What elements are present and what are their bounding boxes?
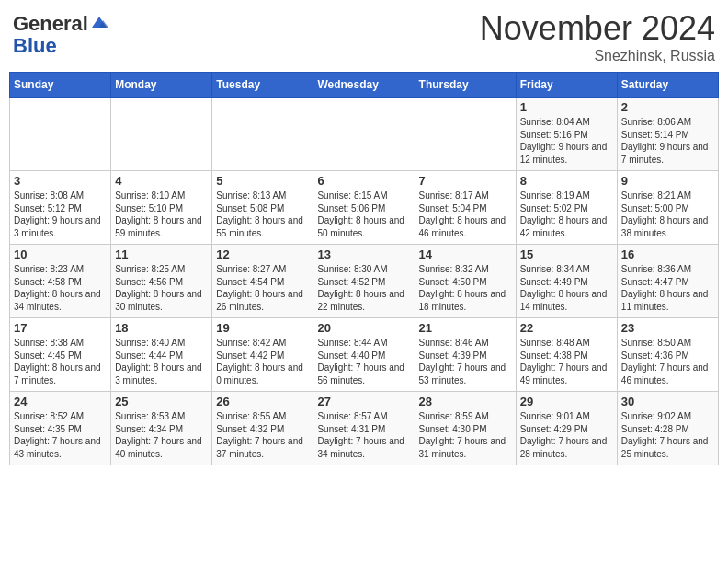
location-title: Snezhinsk, Russia <box>480 48 715 64</box>
calendar-cell: 26Sunrise: 8:55 AM Sunset: 4:32 PM Dayli… <box>212 392 313 465</box>
calendar-cell: 8Sunrise: 8:19 AM Sunset: 5:02 PM Daylig… <box>516 171 617 245</box>
day-info: Sunrise: 8:19 AM Sunset: 5:02 PM Dayligh… <box>520 190 613 239</box>
day-number: 6 <box>317 174 410 188</box>
day-number: 19 <box>216 321 309 335</box>
day-number: 13 <box>317 247 410 261</box>
day-number: 15 <box>520 247 613 261</box>
calendar-cell: 20Sunrise: 8:44 AM Sunset: 4:40 PM Dayli… <box>313 318 415 392</box>
day-number: 4 <box>115 174 208 188</box>
calendar-cell: 16Sunrise: 8:36 AM Sunset: 4:47 PM Dayli… <box>617 245 718 318</box>
day-info: Sunrise: 8:23 AM Sunset: 4:58 PM Dayligh… <box>14 263 107 313</box>
day-of-week-header: Monday <box>111 73 212 98</box>
calendar-header-row: SundayMondayTuesdayWednesdayThursdayFrid… <box>10 73 719 98</box>
calendar-cell: 7Sunrise: 8:17 AM Sunset: 5:04 PM Daylig… <box>415 171 516 245</box>
calendar-cell <box>212 98 313 171</box>
calendar-cell: 5Sunrise: 8:13 AM Sunset: 5:08 PM Daylig… <box>212 171 313 245</box>
calendar-cell: 15Sunrise: 8:34 AM Sunset: 4:49 PM Dayli… <box>516 245 617 318</box>
day-info: Sunrise: 8:59 AM Sunset: 4:30 PM Dayligh… <box>419 410 512 460</box>
day-number: 25 <box>115 395 208 408</box>
day-info: Sunrise: 8:30 AM Sunset: 4:52 PM Dayligh… <box>317 263 410 313</box>
day-number: 14 <box>419 247 512 261</box>
calendar-cell: 3Sunrise: 8:08 AM Sunset: 5:12 PM Daylig… <box>10 171 111 245</box>
calendar-cell <box>313 98 415 171</box>
day-number: 7 <box>419 174 512 188</box>
day-number: 10 <box>14 247 107 261</box>
logo-blue-text: Blue <box>13 35 57 57</box>
day-number: 22 <box>520 321 613 335</box>
calendar-cell: 21Sunrise: 8:46 AM Sunset: 4:39 PM Dayli… <box>415 318 516 392</box>
calendar-week-row: 3Sunrise: 8:08 AM Sunset: 5:12 PM Daylig… <box>10 171 719 245</box>
day-info: Sunrise: 8:50 AM Sunset: 4:36 PM Dayligh… <box>621 337 714 386</box>
day-number: 24 <box>14 395 107 408</box>
day-info: Sunrise: 8:21 AM Sunset: 5:00 PM Dayligh… <box>621 190 714 239</box>
day-info: Sunrise: 8:08 AM Sunset: 5:12 PM Dayligh… <box>14 190 107 239</box>
calendar-cell: 27Sunrise: 8:57 AM Sunset: 4:31 PM Dayli… <box>313 392 415 465</box>
month-title: November 2024 <box>480 9 715 48</box>
day-info: Sunrise: 8:57 AM Sunset: 4:31 PM Dayligh… <box>317 410 410 460</box>
calendar-cell: 4Sunrise: 8:10 AM Sunset: 5:10 PM Daylig… <box>111 171 212 245</box>
calendar-table: SundayMondayTuesdayWednesdayThursdayFrid… <box>9 72 719 465</box>
day-number: 8 <box>520 174 613 188</box>
day-info: Sunrise: 8:25 AM Sunset: 4:56 PM Dayligh… <box>115 263 208 313</box>
day-info: Sunrise: 8:27 AM Sunset: 4:54 PM Dayligh… <box>216 263 309 313</box>
day-info: Sunrise: 9:02 AM Sunset: 4:28 PM Dayligh… <box>621 410 714 460</box>
day-info: Sunrise: 8:17 AM Sunset: 5:04 PM Dayligh… <box>419 190 512 239</box>
day-number: 12 <box>216 247 309 261</box>
day-info: Sunrise: 8:15 AM Sunset: 5:06 PM Dayligh… <box>317 190 410 239</box>
day-number: 21 <box>419 321 512 335</box>
day-number: 20 <box>317 321 410 335</box>
calendar-cell: 18Sunrise: 8:40 AM Sunset: 4:44 PM Dayli… <box>111 318 212 392</box>
day-number: 16 <box>621 247 714 261</box>
calendar-cell <box>111 98 212 171</box>
day-number: 11 <box>115 247 208 261</box>
day-info: Sunrise: 8:06 AM Sunset: 5:14 PM Dayligh… <box>621 116 714 166</box>
day-number: 3 <box>14 174 107 188</box>
logo-general-text: General <box>13 13 88 35</box>
day-of-week-header: Sunday <box>10 73 111 98</box>
day-info: Sunrise: 8:44 AM Sunset: 4:40 PM Dayligh… <box>317 337 410 386</box>
day-number: 2 <box>621 100 714 114</box>
calendar-week-row: 17Sunrise: 8:38 AM Sunset: 4:45 PM Dayli… <box>10 318 719 392</box>
calendar-cell <box>415 98 516 171</box>
day-number: 5 <box>216 174 309 188</box>
logo-icon <box>90 15 108 33</box>
day-of-week-header: Tuesday <box>212 73 313 98</box>
day-number: 30 <box>621 395 714 408</box>
day-info: Sunrise: 8:36 AM Sunset: 4:47 PM Dayligh… <box>621 263 714 313</box>
calendar-cell: 1Sunrise: 8:04 AM Sunset: 5:16 PM Daylig… <box>516 98 617 171</box>
calendar-cell: 11Sunrise: 8:25 AM Sunset: 4:56 PM Dayli… <box>111 245 212 318</box>
day-info: Sunrise: 8:42 AM Sunset: 4:42 PM Dayligh… <box>216 337 309 386</box>
calendar-cell: 30Sunrise: 9:02 AM Sunset: 4:28 PM Dayli… <box>617 392 718 465</box>
day-of-week-header: Thursday <box>415 73 516 98</box>
day-number: 29 <box>520 395 613 408</box>
day-info: Sunrise: 8:53 AM Sunset: 4:34 PM Dayligh… <box>115 410 208 460</box>
calendar-cell: 28Sunrise: 8:59 AM Sunset: 4:30 PM Dayli… <box>415 392 516 465</box>
calendar-cell: 17Sunrise: 8:38 AM Sunset: 4:45 PM Dayli… <box>10 318 111 392</box>
calendar-cell: 9Sunrise: 8:21 AM Sunset: 5:00 PM Daylig… <box>617 171 718 245</box>
page-header: General Blue November 2024 Snezhinsk, Ru… <box>9 9 719 64</box>
day-info: Sunrise: 9:01 AM Sunset: 4:29 PM Dayligh… <box>520 410 613 460</box>
day-number: 28 <box>419 395 512 408</box>
calendar-cell: 29Sunrise: 9:01 AM Sunset: 4:29 PM Dayli… <box>516 392 617 465</box>
day-number: 26 <box>216 395 309 408</box>
calendar-cell: 23Sunrise: 8:50 AM Sunset: 4:36 PM Dayli… <box>617 318 718 392</box>
calendar-cell: 2Sunrise: 8:06 AM Sunset: 5:14 PM Daylig… <box>617 98 718 171</box>
day-number: 9 <box>621 174 714 188</box>
day-number: 1 <box>520 100 613 114</box>
calendar-cell: 13Sunrise: 8:30 AM Sunset: 4:52 PM Dayli… <box>313 245 415 318</box>
day-info: Sunrise: 8:34 AM Sunset: 4:49 PM Dayligh… <box>520 263 613 313</box>
logo: General Blue <box>13 9 108 57</box>
calendar-cell: 10Sunrise: 8:23 AM Sunset: 4:58 PM Dayli… <box>10 245 111 318</box>
calendar-cell: 25Sunrise: 8:53 AM Sunset: 4:34 PM Dayli… <box>111 392 212 465</box>
day-number: 27 <box>317 395 410 408</box>
calendar-week-row: 10Sunrise: 8:23 AM Sunset: 4:58 PM Dayli… <box>10 245 719 318</box>
day-info: Sunrise: 8:13 AM Sunset: 5:08 PM Dayligh… <box>216 190 309 239</box>
calendar-cell: 19Sunrise: 8:42 AM Sunset: 4:42 PM Dayli… <box>212 318 313 392</box>
day-info: Sunrise: 8:52 AM Sunset: 4:35 PM Dayligh… <box>14 410 107 460</box>
title-area: November 2024 Snezhinsk, Russia <box>480 9 715 64</box>
day-info: Sunrise: 8:48 AM Sunset: 4:38 PM Dayligh… <box>520 337 613 386</box>
calendar-cell: 6Sunrise: 8:15 AM Sunset: 5:06 PM Daylig… <box>313 171 415 245</box>
day-info: Sunrise: 8:46 AM Sunset: 4:39 PM Dayligh… <box>419 337 512 386</box>
day-of-week-header: Friday <box>516 73 617 98</box>
calendar-cell <box>10 98 111 171</box>
